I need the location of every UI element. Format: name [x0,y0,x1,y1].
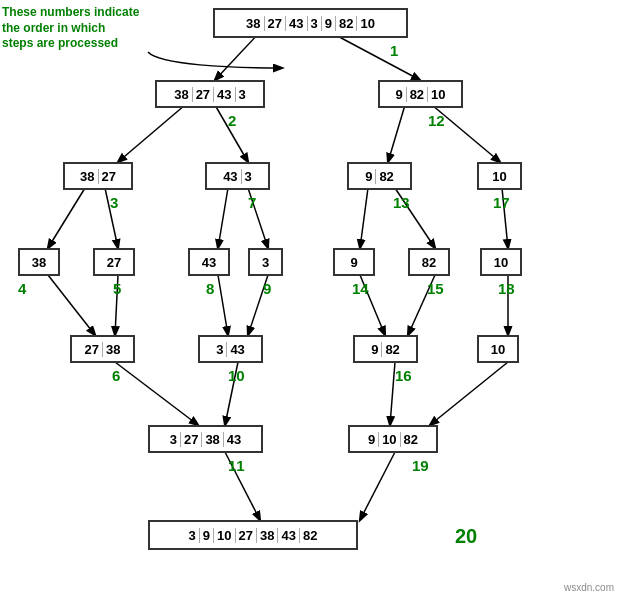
node-17: 10 [477,162,522,190]
node-16: 982 [353,335,418,363]
step-14: 14 [352,280,369,297]
node-15: 82 [408,248,450,276]
annotation: These numbers indicate the order in whic… [2,5,139,52]
svg-line-23 [430,362,508,425]
arrows-svg [0,0,618,595]
step-18: 18 [498,280,515,297]
node-13: 982 [347,162,412,190]
svg-line-2 [118,105,185,162]
node-9: 3 [248,248,283,276]
step-10: 10 [228,367,245,384]
diagram: These numbers indicate the order in whic… [0,0,618,595]
node-3: 3827 [63,162,133,190]
svg-line-4 [388,105,405,162]
step-1: 1 [390,42,398,59]
step-20: 20 [455,525,477,548]
node-18b: 10 [477,335,519,363]
step-2: 2 [228,112,236,129]
node-2: 3827433 [155,80,265,108]
svg-line-1 [330,32,420,80]
node-4: 38 [18,248,60,276]
step-9: 9 [263,280,271,297]
step-13: 13 [393,194,410,211]
step-19: 19 [412,457,429,474]
step-6: 6 [112,367,120,384]
node-20: 391027384382 [148,520,358,550]
step-16: 16 [395,367,412,384]
node-14: 9 [333,248,375,276]
step-5: 5 [113,280,121,297]
svg-line-8 [218,188,228,248]
watermark: wsxdn.com [564,582,614,593]
step-8: 8 [206,280,214,297]
node-5: 27 [93,248,135,276]
svg-line-13 [48,275,95,335]
node-7: 433 [205,162,270,190]
step-7: 7 [248,194,256,211]
step-15: 15 [427,280,444,297]
svg-line-10 [360,188,368,248]
node-19: 91082 [348,425,438,453]
step-12: 12 [428,112,445,129]
node-1: 382743398210 [213,8,408,38]
node-12: 98210 [378,80,463,108]
node-18: 10 [480,248,522,276]
step-17: 17 [493,194,510,211]
step-11: 11 [228,457,245,474]
node-6: 2738 [70,335,135,363]
svg-line-20 [115,362,198,425]
svg-line-0 [215,32,260,80]
node-8: 43 [188,248,230,276]
step-4: 4 [18,280,26,297]
node-10: 343 [198,335,263,363]
step-3: 3 [110,194,118,211]
node-11: 3273843 [148,425,263,453]
svg-line-15 [218,275,228,335]
svg-line-25 [360,452,395,520]
svg-line-6 [48,188,85,248]
